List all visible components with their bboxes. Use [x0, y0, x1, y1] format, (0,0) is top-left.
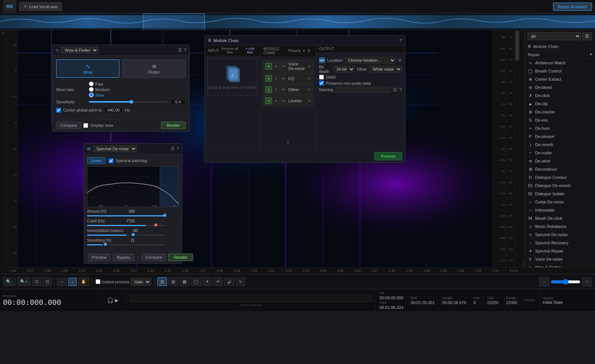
module-item-spectral-de-noise[interactable]: ∿Spectral De-noise [525, 231, 595, 239]
module-item-ambience-match[interactable]: ∿Ambience Match [525, 59, 595, 67]
zoom-slider[interactable] [551, 279, 580, 285]
medium-radio-input[interactable] [89, 87, 94, 92]
cutoff-slider-row[interactable] [87, 224, 179, 227]
bit-depth-select[interactable]: 24-bit [333, 66, 355, 73]
compare-button[interactable]: Compare [56, 122, 81, 129]
repair-assistant-button[interactable]: Repair Assistant [553, 3, 592, 11]
spectral-patching-label[interactable]: Spectral patching [109, 158, 147, 163]
pencil-tool-button[interactable]: ✏ [213, 277, 223, 286]
medium-radio[interactable]: Medium [89, 87, 110, 92]
other-select[interactable]: White noise [369, 66, 402, 73]
zoom-in-button[interactable]: 🔍+ [17, 277, 30, 286]
chain-item-voice-de-noise[interactable]: ● S M Voice De-noise ✕ [263, 60, 313, 73]
chain-mute-btn[interactable]: M [280, 63, 287, 70]
slow-radio[interactable]: Slow [89, 93, 110, 97]
naming-menu-button[interactable]: ☰ [393, 87, 397, 93]
chain-solo-btn[interactable]: S [273, 86, 279, 93]
amount-slider-thumb[interactable] [163, 214, 166, 217]
chain-item-close[interactable]: ✕ [308, 87, 311, 92]
module-item-voice-de-noise[interactable]: VVoice De-noise [525, 255, 595, 263]
module-item-wow-&-flutter[interactable]: ∿Wow & Flutter [525, 263, 595, 267]
spectral-preview-button[interactable]: Preview [88, 254, 110, 261]
vertical-scrollbar[interactable] [515, 30, 519, 267]
module-item-dialogue-isolate[interactable]: D|Dialogue Isolate [525, 190, 595, 198]
filter-select[interactable]: All [528, 32, 581, 40]
drop-zone[interactable]: ♪ Drag & drop files or folders [207, 58, 258, 96]
gain-select[interactable]: Gain [131, 278, 151, 286]
amount-slider-row[interactable] [87, 215, 179, 218]
fast-radio-input[interactable] [89, 81, 94, 86]
instant-process-checkbox[interactable] [96, 279, 100, 284]
render-button[interactable]: Render [161, 122, 186, 129]
module-item-de-click[interactable]: ✗De-click [525, 91, 595, 100]
module-item-dialogue-de-reverb[interactable]: D)Dialogue De-reverb [525, 181, 595, 190]
module-item-de-hum[interactable]: ≈De-hum [525, 124, 595, 132]
panel-help-button[interactable]: ? [184, 48, 186, 53]
headphones-button[interactable]: 🎧 [107, 297, 113, 303]
spectral-compare-button[interactable]: Compare [141, 254, 166, 261]
vowel-slider-thumb[interactable] [132, 233, 135, 236]
waveform-overview[interactable] [0, 13, 595, 30]
chain-solo-btn[interactable]: S [273, 75, 279, 82]
file-tab[interactable]: ✕ Lead Vocal.wav [19, 2, 62, 11]
attenuate-tool-button[interactable]: ∿ [236, 277, 245, 286]
module-item-de-plosive[interactable]: PDe-plosive [525, 132, 595, 141]
module-item-spectral-repair[interactable]: ✦Spectral Repair [525, 247, 595, 255]
chain-item-close[interactable]: ✕ [308, 64, 311, 69]
vowel-slider-row[interactable] [87, 234, 179, 237]
instant-process-label[interactable]: Instant process [102, 280, 130, 284]
play-button[interactable]: ▶ [115, 298, 118, 303]
module-item-de-crackle[interactable]: ⊗De-crackle [525, 108, 595, 116]
chain-on-btn[interactable]: ● [265, 97, 272, 104]
lasso-tool-button[interactable]: ◯ [191, 277, 201, 286]
module-item-de-rustle[interactable]: ~De-rustle [525, 149, 595, 157]
module-item-breath-control[interactable]: ◯Breath Control [525, 67, 595, 75]
dialog-help-button[interactable]: ? [399, 38, 402, 43]
zoom-fit-button[interactable]: ⊡ [32, 277, 41, 286]
chain-item-leveler[interactable]: ● S M Leveler ✕ [263, 96, 313, 106]
tab-close-icon[interactable]: ✕ [23, 4, 27, 9]
spectral-title-select[interactable]: Spectral De-noise [93, 145, 137, 152]
chain-solo-btn[interactable]: S [273, 97, 279, 104]
brush-tool-button[interactable]: 🖌 [224, 278, 234, 286]
module-item-spectral-recovery[interactable]: ↑Spectral Recovery [525, 239, 595, 247]
preserve-checkbox[interactable] [319, 81, 324, 86]
spectral-patching-checkbox[interactable] [109, 158, 113, 163]
spectral-render-button[interactable]: Render [168, 254, 193, 261]
selection-tool-button[interactable]: ▥ [157, 277, 167, 286]
spectral-chart[interactable]: dB -40 -60 -80 -100 100 1k 10k Hz [87, 166, 179, 207]
module-item-de-bleed[interactable]: ⊖De-bleed [525, 83, 595, 91]
slow-radio-input[interactable] [89, 93, 94, 97]
location-select[interactable]: Choose location... [345, 57, 396, 64]
center-pitch-input[interactable] [104, 107, 123, 113]
add-files-button[interactable]: + Add files [243, 47, 257, 54]
chain-add-button[interactable]: + [260, 136, 315, 149]
chain-mute-btn[interactable]: M [280, 97, 287, 104]
module-item-dialogue-contour[interactable]: DDialogue Contour [525, 173, 595, 181]
time-selection-button[interactable]: ▤ [168, 277, 178, 286]
zoom-minus-button[interactable]: － [539, 277, 549, 286]
module-item-deconstruct[interactable]: ⊞Deconstruct [525, 165, 595, 173]
module-item-guitar-de-noise[interactable]: ♪Guitar De-noise [525, 198, 595, 206]
process-button[interactable]: Process [374, 152, 402, 160]
spectral-bypass-button[interactable]: Bypass [113, 254, 134, 261]
naming-help-button[interactable]: ? [399, 87, 402, 93]
cursor-tool-button[interactable]: ↕ [68, 278, 77, 286]
module-item-de-clip[interactable]: ▲De-clip [525, 100, 595, 108]
chain-mute-btn[interactable]: M [280, 75, 287, 82]
dwr-checkbox[interactable] [319, 75, 324, 80]
fast-radio[interactable]: Fast [89, 81, 110, 86]
zoom-plus-button[interactable]: ＋ [582, 277, 592, 286]
learn-button[interactable]: Learn [87, 157, 106, 164]
freq-selection-button[interactable]: ▦ [180, 277, 189, 286]
module-item-mouth-de-click[interactable]: MMouth De-click [525, 214, 595, 222]
chain-item-eq[interactable]: ● S M EQ ✕ [263, 73, 313, 84]
presets-dropdown-button[interactable]: ▾ [303, 49, 305, 53]
chain-on-btn[interactable]: ● [265, 63, 272, 70]
display-wow-label[interactable]: Display wow [83, 123, 113, 128]
collapse-icon[interactable]: ▾ [590, 52, 592, 57]
naming-input[interactable] [335, 87, 390, 93]
spectral-help-button[interactable]: ? [176, 146, 179, 151]
center-pitch-checkbox[interactable] [56, 108, 61, 113]
chain-on-btn[interactable]: ● [265, 86, 272, 93]
